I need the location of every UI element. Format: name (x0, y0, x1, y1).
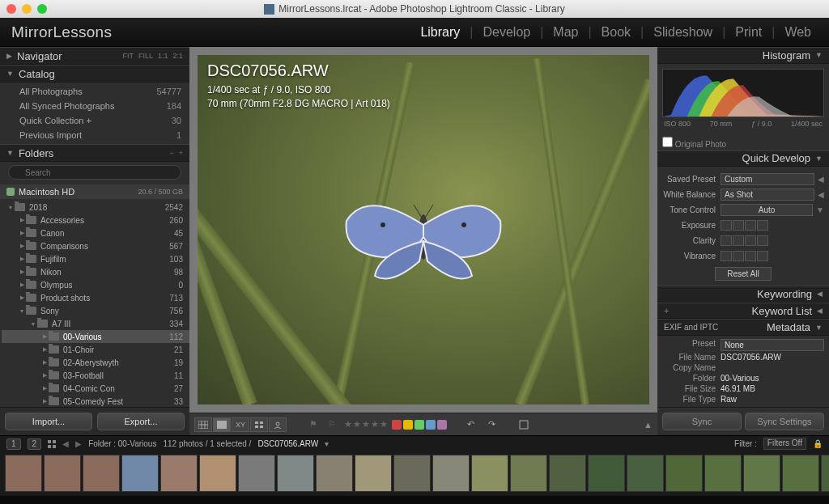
module-book[interactable]: Book (595, 25, 637, 40)
folder-node[interactable]: ▶Canon45 (2, 227, 189, 239)
preset-select[interactable]: Custom (721, 173, 814, 185)
folder-node[interactable]: ▼A7 III334 (2, 317, 189, 330)
crop-overlay-button[interactable] (515, 417, 533, 432)
histogram-graph[interactable] (662, 69, 824, 117)
thumbnail[interactable] (44, 455, 81, 492)
thumbnail[interactable] (355, 455, 392, 492)
folder-node[interactable]: ▶03-Football11 (2, 369, 189, 382)
thumbnail[interactable] (199, 455, 236, 492)
module-print[interactable]: Print (729, 25, 768, 40)
catalog-header[interactable]: ▼ Catalog (0, 65, 189, 83)
people-view-button[interactable] (269, 417, 287, 432)
minimize-icon[interactable] (22, 4, 32, 14)
loupe-preview[interactable]: DSC07056.ARW 1/400 sec at ƒ / 9.0, ISO 8… (198, 55, 649, 404)
thumbnail[interactable] (743, 455, 780, 492)
minus-icon[interactable]: − (169, 149, 173, 157)
thumbnail[interactable] (821, 455, 829, 492)
folder-node[interactable]: ▼Sony756 (2, 304, 189, 317)
flag-pick-button[interactable]: ⚑ (304, 417, 322, 432)
page-2[interactable]: 2 (28, 438, 42, 450)
original-checkbox[interactable] (662, 137, 673, 147)
color-label[interactable] (414, 420, 424, 430)
export-button[interactable]: Export... (97, 413, 185, 430)
thumbnail[interactable] (549, 455, 586, 492)
prev-arrow-icon[interactable]: ◀ (62, 439, 69, 448)
folder-node[interactable]: ▶05-Comedy Fest33 (2, 395, 189, 407)
thumbnail[interactable] (277, 455, 314, 492)
folder-node[interactable]: ▶01-Choir21 (2, 343, 189, 356)
wb-select[interactable]: As Shot (721, 188, 814, 201)
filmstrip[interactable] (0, 451, 829, 496)
rating-stars[interactable]: ★★★★★ (344, 419, 389, 430)
exposure-stepper[interactable] (721, 220, 768, 231)
metadata-header[interactable]: EXIF and IPTC Metadata ▼ (657, 319, 829, 336)
thumbnail[interactable] (83, 455, 120, 492)
page-1[interactable]: 1 (6, 438, 21, 450)
sync-button[interactable]: Sync (662, 413, 742, 430)
thumbnail[interactable] (5, 455, 42, 492)
thumbnail[interactable] (432, 455, 470, 492)
color-label[interactable] (392, 420, 402, 430)
catalog-item[interactable]: Quick Collection +30 (0, 113, 189, 128)
quick-develop-header[interactable]: Quick Develop ▼ (657, 150, 829, 167)
folder-node[interactable]: ▶Nikon98 (2, 265, 189, 278)
survey-view-button[interactable] (250, 417, 268, 432)
catalog-item[interactable]: Previous Import1 (0, 128, 189, 142)
auto-tone-button[interactable]: Auto (721, 204, 813, 216)
thumbnail[interactable] (316, 455, 353, 492)
folder-node[interactable]: ▼20182542 (2, 201, 189, 214)
rotate-cw-button[interactable]: ↷ (483, 417, 500, 432)
keyword-list-header[interactable]: + Keyword List ◀ (657, 303, 829, 320)
thumbnail[interactable] (393, 455, 431, 492)
vibrance-stepper[interactable] (721, 251, 768, 261)
thumbnail[interactable] (782, 455, 819, 492)
thumbnail[interactable] (665, 455, 703, 492)
keywording-header[interactable]: Keywording ◀ (657, 286, 829, 303)
sync-settings-button[interactable]: Sync Settings (745, 413, 824, 430)
rotate-ccw-button[interactable]: ↶ (461, 417, 479, 432)
loupe-view-button[interactable] (213, 417, 231, 432)
plus-icon[interactable]: + (179, 149, 183, 157)
folders-header[interactable]: ▼ Folders −+ (0, 144, 189, 162)
thumbnail[interactable] (627, 455, 664, 492)
grid-view-button[interactable] (194, 417, 212, 432)
color-label[interactable] (403, 420, 413, 430)
catalog-item[interactable]: All Synced Photographs184 (0, 99, 189, 113)
thumbnail[interactable] (704, 455, 742, 492)
folder-node[interactable]: ▶Fujifilm103 (2, 252, 189, 265)
next-arrow-icon[interactable]: ▶ (75, 439, 82, 448)
thumbnail[interactable] (238, 455, 275, 492)
close-icon[interactable] (6, 4, 16, 14)
navigator-header[interactable]: ▶ Navigator FIT FILL 1:1 2:1 (0, 47, 189, 65)
catalog-item[interactable]: All Photographs54777 (0, 84, 189, 99)
module-slideshow[interactable]: Slideshow (647, 25, 719, 40)
chevron-up-icon[interactable]: ▲ (644, 420, 653, 430)
module-map[interactable]: Map (546, 25, 585, 40)
filter-select[interactable]: Filters Off (763, 438, 806, 450)
reset-all-button[interactable]: Reset All (715, 267, 771, 281)
folder-node[interactable]: ▶Olympus0 (2, 278, 189, 291)
color-label[interactable] (437, 420, 447, 430)
histogram-header[interactable]: Histogram ▼ (657, 47, 829, 64)
volume-row[interactable]: Macintosh HD 20.6 / 500 GB (0, 184, 189, 199)
lock-icon[interactable]: 🔒 (813, 439, 823, 448)
grid-icon[interactable] (48, 440, 56, 448)
folder-node[interactable]: ▶02-Aberystwyth19 (2, 356, 189, 369)
folder-node[interactable]: ▶04-Comic Con27 (2, 382, 189, 395)
color-label[interactable] (426, 420, 436, 430)
thumbnail[interactable] (160, 455, 198, 492)
thumbnail[interactable] (588, 455, 625, 492)
compare-view-button[interactable]: XY (232, 417, 249, 432)
maximize-icon[interactable] (37, 4, 47, 14)
module-web[interactable]: Web (778, 25, 818, 40)
module-library[interactable]: Library (414, 25, 466, 40)
flag-reject-button[interactable]: ⚐ (323, 417, 341, 432)
thumbnail[interactable] (121, 455, 159, 492)
folder-node[interactable]: ▶Accessories260 (2, 214, 189, 227)
import-button[interactable]: Import... (5, 413, 92, 430)
thumbnail[interactable] (471, 455, 508, 492)
folder-search-input[interactable] (8, 165, 181, 180)
metadata-preset-select[interactable]: None (721, 339, 824, 351)
folder-node[interactable]: ▶00-Various112 (2, 330, 189, 343)
clarity-stepper[interactable] (721, 235, 768, 246)
